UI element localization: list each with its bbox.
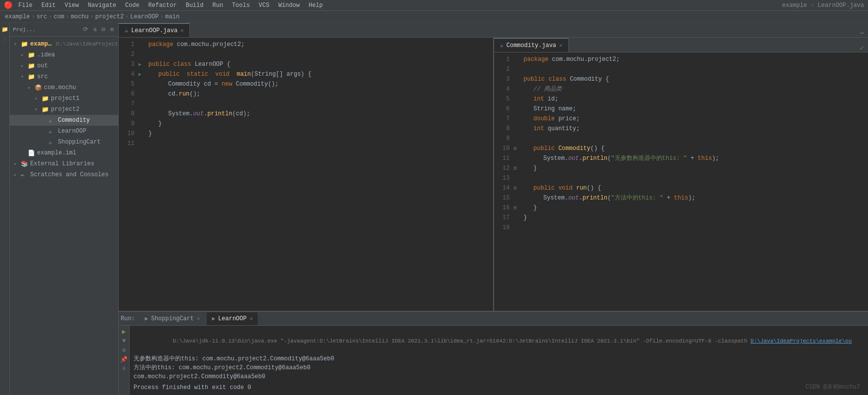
gear-icon[interactable]: ⚙ bbox=[109, 25, 115, 34]
close-icon[interactable]: ✕ bbox=[559, 42, 563, 49]
sidebar-item-project1[interactable]: ▸ 📁 project1 bbox=[10, 93, 118, 104]
right-editor-tabs-bar: ☕ Commodity.java ✕ ✓ bbox=[494, 38, 868, 52]
pin-icon[interactable]: 📌 bbox=[120, 356, 128, 363]
sidebar-header: Proj... ⟳ ⇅ ⊟ ⚙ bbox=[10, 23, 118, 37]
output-exit: Process finished with exit code 0 bbox=[134, 383, 864, 392]
code-line-6: cd.run(); bbox=[146, 89, 493, 99]
rcode-line-4: // 商品类 bbox=[522, 84, 868, 94]
tab-shoppingcart-run[interactable]: ▶ ShoppingCart ✕ bbox=[140, 312, 205, 325]
menu-navigate[interactable]: Navigate bbox=[86, 1, 118, 10]
java-file-icon: ☕ bbox=[48, 139, 56, 146]
java-file-icon: ☕ bbox=[48, 117, 56, 124]
breadcrumb-com[interactable]: com bbox=[53, 13, 64, 20]
structure-icon[interactable]: ⋮ bbox=[0, 36, 9, 45]
menu-view[interactable]: View bbox=[63, 1, 81, 10]
menu-edit[interactable]: Edit bbox=[40, 1, 58, 10]
layout-icon[interactable]: ≡ bbox=[122, 365, 126, 372]
sidebar-item-example[interactable]: ▾ 📁 example D:\Java\IdeaProject bbox=[10, 39, 118, 49]
classpath-link[interactable]: D:\Java\IdeaProjects\example\ou bbox=[751, 338, 852, 344]
run-icon-shoppingcart: ▶ bbox=[145, 315, 148, 322]
rcode-line-18 bbox=[522, 223, 868, 233]
output-line-3: com.mochu.project2.Commodity@6aaa5eb0 bbox=[134, 372, 864, 381]
sidebar-item-out[interactable]: ▸ 📁 out bbox=[10, 60, 118, 71]
rcode-line-14: public void run() { bbox=[522, 183, 868, 193]
code-line-7 bbox=[146, 99, 493, 109]
rcode-line-2 bbox=[522, 64, 868, 74]
sidebar-item-example-iml[interactable]: 📄 example.iml bbox=[10, 148, 118, 158]
fold-gutter-10[interactable]: ⊟ bbox=[514, 144, 522, 153]
shoppingcart-tab-label: ShoppingCart bbox=[151, 315, 193, 322]
titlebar: 🔴 File Edit View Navigate Code Refactor … bbox=[0, 0, 868, 11]
left-code-editor: 1 2 3 4 5 6 7 8 9 10 11 bbox=[119, 38, 493, 311]
sidebar-item-src[interactable]: ▾ 📁 src bbox=[10, 71, 118, 82]
right-code-editor: ☕ Commodity.java ✕ ✓ 1 2 3 4 5 6 7 bbox=[494, 38, 868, 311]
rcode-line-13 bbox=[522, 173, 868, 183]
rcode-line-12: } bbox=[522, 163, 868, 173]
tab-learnoop[interactable]: ☕ LearnOOP.java ✕ bbox=[119, 23, 190, 37]
sidebar-item-commochu[interactable]: ▸ 📦 com.mochu bbox=[10, 82, 118, 93]
sidebar-item-idea[interactable]: ▸ 📁 .idea bbox=[10, 49, 118, 60]
right-line-numbers: 1 2 3 4 5 6 7 8 9 10 11 12 13 14 bbox=[494, 54, 514, 309]
arrow-down-button[interactable]: ▼ bbox=[122, 338, 126, 345]
settings-icon[interactable]: ⚙ bbox=[122, 346, 126, 354]
menu-build[interactable]: Build bbox=[183, 1, 205, 10]
window-title: example - LearnOOP.java bbox=[782, 2, 864, 9]
sidebar-item-external-libraries[interactable]: ▸ 📚 External Libraries bbox=[10, 158, 118, 169]
sync-icon[interactable]: ⟳ bbox=[82, 25, 90, 34]
sidebar-item-commodity[interactable]: ☕ Commodity bbox=[10, 115, 118, 126]
breadcrumb-project2[interactable]: project2 bbox=[95, 13, 124, 20]
project-icon[interactable]: 📁 bbox=[0, 25, 9, 34]
menu-help[interactable]: Help bbox=[307, 1, 325, 10]
breadcrumb-main[interactable]: main bbox=[165, 13, 180, 20]
sort-icon[interactable]: ⇅ bbox=[91, 25, 98, 34]
breadcrumb-example[interactable]: example bbox=[5, 13, 30, 20]
code-line-3: public class LearnOOP { bbox=[146, 59, 493, 69]
menu-run[interactable]: Run bbox=[210, 1, 225, 10]
close-icon[interactable]: ✕ bbox=[181, 27, 184, 34]
sidebar-item-scratches[interactable]: ▸ ✏️ Scratches and Consoles bbox=[10, 169, 118, 180]
right-code-content[interactable]: 1 2 3 4 5 6 7 8 9 10 11 12 13 14 bbox=[494, 52, 868, 311]
fold-gutter-12[interactable]: ⊟ bbox=[514, 163, 522, 173]
rcode-line-9 bbox=[522, 134, 868, 144]
menu-tools[interactable]: Tools bbox=[230, 1, 252, 10]
collapse-icon[interactable]: ⊟ bbox=[100, 25, 107, 34]
tab-learnoop-run[interactable]: ▶ LearnOOP ✕ bbox=[207, 312, 258, 325]
run-button[interactable]: ▶ bbox=[122, 328, 126, 336]
learnoop-tab-label: LearnOOP bbox=[218, 315, 247, 322]
code-line-11 bbox=[146, 139, 493, 148]
breadcrumb-learnoop[interactable]: LearnOOP bbox=[130, 13, 159, 20]
code-line-5: Commodity cd = new Commodity(); bbox=[146, 79, 493, 89]
menu-refactor[interactable]: Refactor bbox=[146, 1, 179, 10]
run-gutter-3[interactable]: ▶ bbox=[138, 59, 146, 69]
sidebar-item-learnoop[interactable]: ☕ LearnOOP bbox=[10, 126, 118, 137]
sidebar-title: Proj... bbox=[13, 27, 36, 33]
left-code-lines: package com.mochu.project2; public class… bbox=[146, 40, 493, 309]
app-logo: 🔴 bbox=[4, 1, 12, 9]
run-output: D:\Java\jdk-11.0.13\bin\java.exe "-javaa… bbox=[130, 326, 868, 395]
run-gutter-4[interactable]: ▶ bbox=[138, 69, 146, 79]
breadcrumb: example › src › com › mochu › project2 ›… bbox=[0, 11, 868, 23]
run-label: Run: bbox=[121, 315, 135, 322]
fold-gutter-14[interactable]: ⊟ bbox=[514, 183, 522, 193]
sidebar-item-shoppingcart[interactable]: ☕ ShoppingCart bbox=[10, 137, 118, 148]
rcode-line-15: System.out.println("方法中的this: " + this); bbox=[522, 193, 868, 203]
menu-vcs[interactable]: VCS bbox=[257, 1, 272, 10]
main-area: 📁 ⋮ Proj... ⟳ ⇅ ⊟ ⚙ ▾ 📁 example D:\Java\… bbox=[0, 23, 868, 395]
rcode-line-17: } bbox=[522, 213, 868, 223]
menu-window[interactable]: Window bbox=[276, 1, 302, 10]
menu-file[interactable]: File bbox=[16, 1, 35, 10]
more-tabs-icon[interactable]: ⋯ bbox=[856, 29, 868, 37]
menu-code[interactable]: Code bbox=[123, 1, 141, 10]
rcode-line-16: } bbox=[522, 203, 868, 213]
sidebar-item-project2[interactable]: ▾ 📁 project2 bbox=[10, 104, 118, 115]
breadcrumb-src[interactable]: src bbox=[37, 13, 47, 20]
breadcrumb-mochu[interactable]: mochu bbox=[71, 13, 89, 20]
close-shoppingcart-icon[interactable]: ✕ bbox=[197, 315, 200, 322]
close-learnoop-icon[interactable]: ✕ bbox=[250, 315, 253, 322]
run-toolbar: ▶ ▼ ⚙ 📌 ≡ bbox=[119, 326, 130, 395]
tab-label-commodity: Commodity.java bbox=[506, 42, 556, 49]
tab-commodity[interactable]: ☕ Commodity.java ✕ bbox=[494, 38, 569, 52]
fold-gutter-16[interactable]: ⊟ bbox=[514, 203, 522, 213]
left-code-content[interactable]: 1 2 3 4 5 6 7 8 9 10 11 bbox=[119, 38, 493, 311]
rcode-line-3: public class Commodity { bbox=[522, 74, 868, 84]
